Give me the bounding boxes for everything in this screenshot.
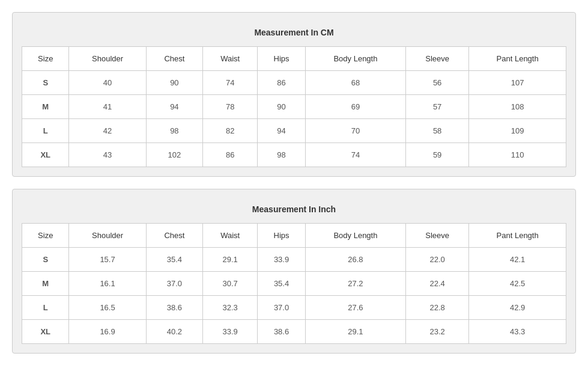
table-cell: 33.9 <box>258 248 306 272</box>
table-cell: 42 <box>69 119 146 143</box>
table-cell: 94 <box>258 119 306 143</box>
table-cell: 37.0 <box>258 296 306 320</box>
cm-column-header: Chest <box>146 47 203 71</box>
inch-column-header: Shoulder <box>69 224 146 248</box>
table-cell: 57 <box>405 95 468 119</box>
table-row: M419478906957108 <box>22 95 566 119</box>
table-cell: 74 <box>305 143 405 167</box>
table-cell: S <box>22 248 69 272</box>
table-cell: 58 <box>405 119 468 143</box>
table-cell: 42.9 <box>469 296 566 320</box>
table-cell: XL <box>22 143 69 167</box>
table-cell: 40 <box>69 71 146 95</box>
inch-table-body: S15.735.429.133.926.822.042.1M16.137.030… <box>22 248 566 344</box>
table-cell: 98 <box>258 143 306 167</box>
table-cell: M <box>22 272 69 296</box>
table-cell: 27.6 <box>305 296 405 320</box>
table-cell: 38.6 <box>258 320 306 344</box>
table-cell: 26.8 <box>305 248 405 272</box>
table-cell: 82 <box>203 119 258 143</box>
table-cell: 16.1 <box>69 272 146 296</box>
table-cell: 86 <box>258 71 306 95</box>
cm-column-header: Sleeve <box>405 47 468 71</box>
cm-column-header: Pant Length <box>469 47 566 71</box>
table-row: M16.137.030.735.427.222.442.5 <box>22 272 566 296</box>
cm-column-header: Hips <box>258 47 306 71</box>
table-cell: 35.4 <box>258 272 306 296</box>
table-cell: 16.9 <box>69 320 146 344</box>
cm-column-header: Shoulder <box>69 47 146 71</box>
table-cell: 22.0 <box>405 248 468 272</box>
table-cell: 33.9 <box>203 320 258 344</box>
table-cell: 35.4 <box>146 248 203 272</box>
table-cell: 40.2 <box>146 320 203 344</box>
inch-header-row: SizeShoulderChestWaistHipsBody LengthSle… <box>22 224 566 248</box>
table-cell: 78 <box>203 95 258 119</box>
cm-table-title: Measurement In CM <box>22 22 566 46</box>
table-cell: 56 <box>405 71 468 95</box>
cm-table-body: S409074866856107M419478906957108L4298829… <box>22 71 566 167</box>
table-row: L16.538.632.337.027.622.842.9 <box>22 296 566 320</box>
cm-table-container: Measurement In CM SizeShoulderChestWaist… <box>12 12 576 177</box>
table-cell: 22.4 <box>405 272 468 296</box>
table-cell: 102 <box>146 143 203 167</box>
table-cell: 15.7 <box>69 248 146 272</box>
table-cell: 59 <box>405 143 468 167</box>
table-cell: 29.1 <box>203 248 258 272</box>
table-cell: 98 <box>146 119 203 143</box>
table-cell: 108 <box>469 95 566 119</box>
table-cell: 41 <box>69 95 146 119</box>
table-cell: 32.3 <box>203 296 258 320</box>
cm-column-header: Waist <box>203 47 258 71</box>
table-cell: 37.0 <box>146 272 203 296</box>
inch-column-header: Chest <box>146 224 203 248</box>
table-cell: 74 <box>203 71 258 95</box>
table-cell: XL <box>22 320 69 344</box>
table-cell: 90 <box>258 95 306 119</box>
table-row: L429882947058109 <box>22 119 566 143</box>
table-cell: 30.7 <box>203 272 258 296</box>
table-cell: L <box>22 119 69 143</box>
inch-column-header: Body Length <box>305 224 405 248</box>
table-cell: 110 <box>469 143 566 167</box>
inch-column-header: Waist <box>203 224 258 248</box>
cm-table: SizeShoulderChestWaistHipsBody LengthSle… <box>22 46 566 167</box>
cm-column-header: Body Length <box>305 47 405 71</box>
table-cell: 69 <box>305 95 405 119</box>
table-cell: L <box>22 296 69 320</box>
cm-column-header: Size <box>22 47 69 71</box>
table-row: XL4310286987459110 <box>22 143 566 167</box>
table-cell: 42.5 <box>469 272 566 296</box>
table-cell: 70 <box>305 119 405 143</box>
inch-table: SizeShoulderChestWaistHipsBody LengthSle… <box>22 223 566 344</box>
table-cell: 42.1 <box>469 248 566 272</box>
table-cell: 29.1 <box>305 320 405 344</box>
inch-table-container: Measurement In Inch SizeShoulderChestWai… <box>12 189 576 354</box>
table-row: XL16.940.233.938.629.123.243.3 <box>22 320 566 344</box>
inch-table-title: Measurement In Inch <box>22 198 566 223</box>
table-cell: 68 <box>305 71 405 95</box>
table-cell: 107 <box>469 71 566 95</box>
table-cell: 27.2 <box>305 272 405 296</box>
table-cell: 16.5 <box>69 296 146 320</box>
table-cell: 94 <box>146 95 203 119</box>
table-cell: 38.6 <box>146 296 203 320</box>
cm-header-row: SizeShoulderChestWaistHipsBody LengthSle… <box>22 47 566 71</box>
inch-column-header: Pant Length <box>469 224 566 248</box>
table-cell: 43.3 <box>469 320 566 344</box>
table-cell: M <box>22 95 69 119</box>
table-row: S15.735.429.133.926.822.042.1 <box>22 248 566 272</box>
table-cell: 23.2 <box>405 320 468 344</box>
table-cell: 43 <box>69 143 146 167</box>
table-row: S409074866856107 <box>22 71 566 95</box>
table-cell: 109 <box>469 119 566 143</box>
table-cell: 86 <box>203 143 258 167</box>
inch-column-header: Sleeve <box>405 224 468 248</box>
inch-column-header: Hips <box>258 224 306 248</box>
table-cell: 90 <box>146 71 203 95</box>
table-cell: S <box>22 71 69 95</box>
inch-column-header: Size <box>22 224 69 248</box>
table-cell: 22.8 <box>405 296 468 320</box>
